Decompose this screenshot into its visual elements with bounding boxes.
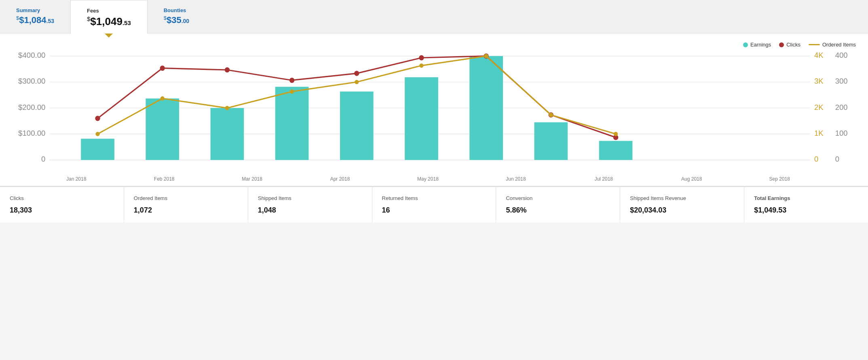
x-label-jan: Jan 2018 [32, 176, 120, 182]
chart-legend: Earnings Clicks Ordered Items [12, 42, 856, 48]
clicks-dot-may [354, 71, 359, 76]
x-label-apr: Apr 2018 [296, 176, 384, 182]
tab-summary-label: Summary [16, 7, 54, 13]
svg-text:100: 100 [835, 129, 848, 137]
clicks-dot-jun [419, 55, 424, 61]
x-label-aug: Aug 2018 [648, 176, 735, 182]
bar-apr [275, 87, 309, 160]
legend-earnings-label: Earnings [750, 42, 771, 48]
stat-clicks: Clicks 18,303 [0, 187, 124, 223]
stat-returned-value: 16 [382, 206, 486, 215]
stat-conversion-label: Conversion [506, 195, 610, 201]
x-axis-labels: Jan 2018 Feb 2018 Mar 2018 Apr 2018 May … [12, 173, 824, 182]
clicks-dot-apr [289, 78, 294, 83]
tab-bounties-label: Bounties [164, 7, 189, 13]
x-label-jul: Jul 2018 [560, 176, 648, 182]
svg-text:400: 400 [835, 52, 848, 59]
svg-text:4K: 4K [814, 52, 824, 59]
bar-jul [469, 56, 503, 160]
bar-may [340, 92, 374, 160]
stat-ordered-items: Ordered Items 1,072 [124, 187, 248, 223]
ordered-dot-may [355, 80, 359, 84]
x-label-sep: Sep 2018 [736, 176, 824, 182]
tab-summary-amount: $$1,084.53 [16, 15, 54, 25]
tab-bounties[interactable]: Bounties $$35.00 [148, 0, 205, 33]
ordered-dot-sep [614, 132, 618, 136]
stat-conversion: Conversion 5.86% [496, 187, 620, 223]
stat-conversion-value: 5.86% [506, 206, 610, 215]
clicks-dot [779, 42, 784, 47]
svg-text:3K: 3K [814, 77, 824, 85]
svg-text:$200.00: $200.00 [18, 103, 45, 111]
bar-jun [405, 77, 438, 160]
ordered-dot-feb [161, 96, 165, 101]
chart-container: Earnings Clicks Ordered Items $400.00 $3… [0, 34, 868, 186]
stat-total-label: Total Earnings [754, 195, 858, 201]
tab-bounties-amount: $$35.00 [164, 15, 189, 25]
chart-svg: $400.00 $300.00 $200.00 $100.00 0 4K 3K … [16, 52, 852, 173]
bar-aug [534, 122, 568, 160]
legend-ordered-items: Ordered Items [809, 42, 856, 48]
stat-total-value: $1,049.53 [754, 206, 858, 215]
stat-clicks-label: Clicks [10, 195, 114, 201]
stat-shipped-value: 1,048 [258, 206, 362, 215]
svg-text:$400.00: $400.00 [18, 52, 45, 59]
x-label-may: May 2018 [384, 176, 472, 182]
stat-clicks-value: 18,303 [10, 206, 114, 215]
stats-row: Clicks 18,303 Ordered Items 1,072 Shippe… [0, 186, 868, 223]
bar-feb [146, 99, 179, 160]
legend-clicks: Clicks [779, 42, 800, 48]
x-label-jun: Jun 2018 [472, 176, 560, 182]
clicks-dot-mar [225, 67, 230, 73]
bar-jan [81, 139, 114, 160]
svg-text:200: 200 [835, 103, 848, 111]
ordered-dot-mar [225, 106, 229, 110]
stat-shipped-label: Shipped Items [258, 195, 362, 201]
bar-sep [599, 141, 633, 160]
legend-ordered-items-label: Ordered Items [822, 42, 856, 48]
stat-ordered-label: Ordered Items [134, 195, 238, 201]
stat-ordered-value: 1,072 [134, 206, 238, 215]
svg-text:0: 0 [835, 155, 839, 163]
stat-total-earnings: Total Earnings $1,049.53 [744, 187, 868, 223]
stat-shipped-items: Shipped Items 1,048 [248, 187, 372, 223]
chart-area: $400.00 $300.00 $200.00 $100.00 0 4K 3K … [16, 52, 852, 173]
svg-text:$300.00: $300.00 [18, 77, 45, 85]
earnings-dot [743, 42, 748, 47]
svg-text:0: 0 [41, 155, 45, 163]
tab-fees[interactable]: Fees $$1,049.53 [70, 0, 148, 34]
tab-fees-label: Fees [87, 8, 131, 14]
svg-text:1K: 1K [814, 129, 824, 137]
stat-revenue-value: $20,034.03 [630, 206, 734, 215]
svg-text:$100.00: $100.00 [18, 129, 45, 137]
tabs-container: Summary $$1,084.53 Fees $$1,049.53 Bount… [0, 0, 868, 34]
stat-returned-items: Returned Items 16 [372, 187, 496, 223]
legend-clicks-label: Clicks [786, 42, 800, 48]
ordered-dot-jun [419, 63, 423, 68]
legend-earnings: Earnings [743, 42, 771, 48]
x-label-feb: Feb 2018 [120, 176, 208, 182]
bar-mar [211, 108, 244, 160]
stat-shipped-revenue: Shipped Items Revenue $20,034.03 [620, 187, 744, 223]
stat-returned-label: Returned Items [382, 195, 486, 201]
svg-text:0: 0 [814, 155, 818, 163]
tab-summary[interactable]: Summary $$1,084.53 [0, 0, 70, 33]
ordered-dot-aug [549, 113, 553, 117]
svg-text:300: 300 [835, 77, 848, 85]
tab-fees-amount: $$1,049.53 [87, 15, 131, 28]
ordered-dot-jan [95, 132, 99, 136]
x-label-mar: Mar 2018 [208, 176, 296, 182]
ordered-dot-apr [290, 89, 294, 94]
stat-revenue-label: Shipped Items Revenue [630, 195, 734, 201]
clicks-dot-jan [95, 116, 100, 121]
svg-text:2K: 2K [814, 103, 824, 111]
ordered-items-line-legend [809, 44, 820, 45]
ordered-dot-jul [484, 54, 488, 58]
clicks-dot-feb [160, 65, 165, 71]
